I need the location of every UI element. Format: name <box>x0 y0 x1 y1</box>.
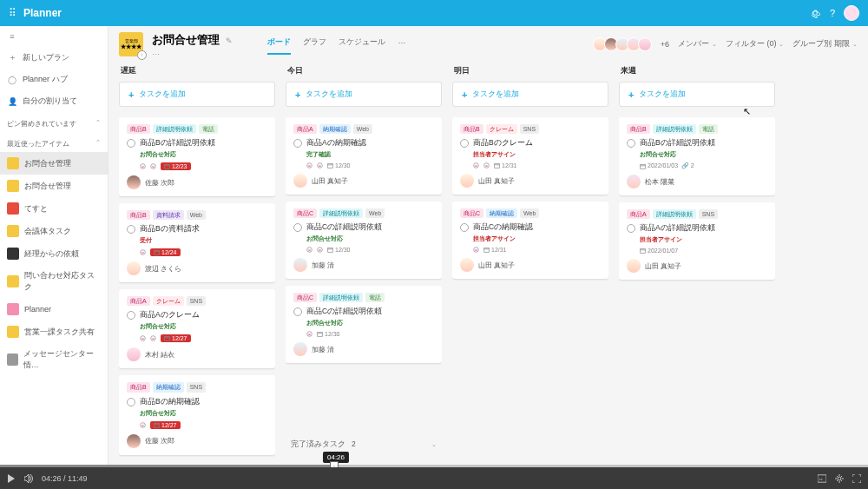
nav-pinned-header[interactable]: ピン留めされています⌃ <box>0 112 108 132</box>
nav-plan-item[interactable]: Planner <box>0 298 108 320</box>
nav-plan-item[interactable]: 営業一課タスク共有 <box>0 320 108 343</box>
task-tag[interactable]: 詳細説明依頼 <box>319 208 363 218</box>
task-tag[interactable]: 商品B <box>127 382 150 392</box>
task-tag[interactable]: 商品C <box>293 293 317 302</box>
task-card[interactable]: 商品A詳細説明依頼SNS 商品Aの詳細説明依頼 担当者アサイン 2022/01/… <box>619 202 775 280</box>
tab[interactable]: スケジュール <box>339 34 385 55</box>
nav-my-tasks[interactable]: 👤自分の割り当て <box>0 90 108 112</box>
task-assignee[interactable]: 木村 結衣 <box>127 347 267 361</box>
task-tag[interactable]: 商品B <box>460 124 483 134</box>
task-card[interactable]: 商品C納期確認Web 商品Cの納期確認 担当者アサイン 12/31山田 真知子 <box>452 202 608 279</box>
volume-icon[interactable] <box>24 474 33 483</box>
filter-dropdown[interactable]: フィルター (0)⌄ <box>726 38 785 50</box>
nav-plan-item[interactable]: 問い合わせ対応タスク <box>0 265 108 298</box>
task-tag[interactable]: SNS <box>699 209 718 219</box>
edit-icon[interactable]: ✎ <box>226 36 233 45</box>
complete-checkbox[interactable] <box>127 398 135 406</box>
info-badge-icon[interactable]: i <box>137 50 147 60</box>
task-card[interactable]: 商品AクレームSNS 商品Aのクレーム お問合せ対応 12/27木村 結衣 <box>119 289 275 368</box>
task-tag[interactable]: クレーム <box>486 124 517 134</box>
task-card[interactable]: 商品B詳細説明依頼電話 商品Bの詳細説明依頼 お問合せ対応 2022/01/03… <box>619 117 775 195</box>
plan-menu[interactable]: … <box>152 48 233 56</box>
complete-checkbox[interactable] <box>127 139 135 148</box>
task-assignee[interactable]: 加藤 清 <box>293 258 434 272</box>
nav-plan-item[interactable]: てすと <box>0 197 108 220</box>
task-assignee[interactable]: 松本 陽菜 <box>627 175 767 188</box>
completed-toggle[interactable]: 完了済みタスク 2⌄ <box>286 433 442 457</box>
task-assignee[interactable]: 渡辺 さくら <box>127 261 267 275</box>
add-task-button[interactable]: +タスクを追加 <box>619 82 775 107</box>
task-tag[interactable]: Web <box>520 208 539 218</box>
task-tag[interactable]: 納期確認 <box>486 208 517 218</box>
complete-checkbox[interactable] <box>627 139 635 148</box>
nav-plan-item[interactable]: お問合せ管理 <box>0 152 108 175</box>
task-tag[interactable]: 詳細説明依頼 <box>319 293 363 302</box>
task-tag[interactable]: Web <box>353 124 372 134</box>
task-assignee[interactable]: 山田 真知子 <box>460 258 601 272</box>
task-tag[interactable]: 詳細説明依頼 <box>653 124 696 134</box>
task-tag[interactable]: SNS <box>520 124 539 134</box>
task-assignee[interactable]: 佐藤 次郎 <box>127 434 267 448</box>
complete-checkbox[interactable] <box>293 223 302 232</box>
nav-plan-item[interactable]: 経理からの依頼 <box>0 242 108 265</box>
captions-icon[interactable]: cc <box>818 474 826 483</box>
task-tag[interactable]: 詳細説明依頼 <box>653 209 696 219</box>
fullscreen-icon[interactable] <box>852 474 861 483</box>
settings-icon[interactable] <box>835 474 844 483</box>
task-tag[interactable]: SNS <box>187 382 206 392</box>
task-tag[interactable]: Web <box>187 210 206 220</box>
complete-checkbox[interactable] <box>127 225 135 234</box>
task-tag[interactable]: 商品C <box>293 208 317 218</box>
nav-hub[interactable]: ◯Planner ハブ <box>0 69 108 90</box>
nav-recent-header[interactable]: 最近使ったアイテム⌃ <box>0 132 108 152</box>
members-dropdown[interactable]: メンバー⌄ <box>678 38 717 50</box>
task-tag[interactable]: SNS <box>187 296 206 306</box>
task-tag[interactable]: 電話 <box>699 124 718 134</box>
user-avatar[interactable] <box>844 5 859 21</box>
task-tag[interactable]: 電話 <box>199 124 218 134</box>
settings-icon[interactable] <box>809 7 821 19</box>
task-tag[interactable]: 電話 <box>365 293 385 302</box>
tab[interactable]: … <box>398 34 405 55</box>
nav-plan-item[interactable]: メッセージセンター情… <box>0 343 108 376</box>
app-launcher-icon[interactable]: ⠿ <box>9 7 16 19</box>
task-tag[interactable]: 商品B <box>627 124 650 134</box>
member-avatars[interactable] <box>595 37 652 51</box>
tab[interactable]: グラフ <box>303 34 326 55</box>
task-tag[interactable]: 納期確認 <box>319 124 351 134</box>
complete-checkbox[interactable] <box>127 311 135 320</box>
help-icon[interactable]: ? <box>830 8 835 18</box>
task-tag[interactable]: クレーム <box>153 296 184 306</box>
task-assignee[interactable]: 佐藤 次郎 <box>127 175 267 189</box>
task-tag[interactable]: 商品A <box>127 296 150 306</box>
complete-checkbox[interactable] <box>293 307 302 316</box>
add-task-button[interactable]: +タスクを追加 <box>286 82 442 107</box>
task-card[interactable]: 商品B納期確認SNS 商品Bの納期確認 お問合せ対応 12/27佐藤 次郎 <box>119 375 275 454</box>
plan-logo[interactable]: 営業部★★★★ i <box>119 32 143 56</box>
complete-checkbox[interactable] <box>293 139 302 148</box>
task-tag[interactable]: 商品A <box>293 124 317 134</box>
task-card[interactable]: 商品B資料請求Web 商品Bの資料請求 受付 12/24渡辺 さくら <box>119 203 275 282</box>
task-card[interactable]: 商品C詳細説明依頼電話 商品Cの詳細説明依頼 お問合せ対応 12/30加藤 清 <box>286 286 442 363</box>
task-card[interactable]: 商品BクレームSNS 商品Bのクレーム 担当者アサイン 12/31山田 真知子 <box>452 117 608 195</box>
nav-plan-item[interactable]: 会議体タスク <box>0 220 108 242</box>
task-tag[interactable]: 詳細説明依頼 <box>153 124 196 134</box>
nav-plan-item[interactable]: お問合せ管理 <box>0 175 108 197</box>
play-icon[interactable] <box>7 474 16 483</box>
complete-checkbox[interactable] <box>460 139 469 148</box>
task-tag[interactable]: 資料請求 <box>153 210 184 220</box>
add-task-button[interactable]: +タスクを追加 <box>119 82 275 107</box>
task-assignee[interactable]: 加藤 清 <box>293 342 434 356</box>
group-dropdown[interactable]: グループ別 期限⌄ <box>792 38 858 50</box>
nav-hamburger[interactable]: ≡ <box>0 26 108 47</box>
task-tag[interactable]: 商品B <box>127 124 150 134</box>
task-tag[interactable]: 商品C <box>460 208 483 218</box>
task-assignee[interactable]: 山田 真知子 <box>627 259 767 273</box>
task-tag[interactable]: 商品B <box>127 210 150 220</box>
task-tag[interactable]: 納期確認 <box>153 382 184 392</box>
task-card[interactable]: 商品A納期確認Web 商品Aの納期確認 完了確認 12/30山田 真知子 <box>286 117 442 195</box>
complete-checkbox[interactable] <box>460 223 469 232</box>
tab[interactable]: ボード <box>267 34 291 55</box>
task-card[interactable]: 商品B詳細説明依頼電話 商品Bの詳細説明依頼 お問合せ対応 12/23佐藤 次郎 <box>119 117 275 196</box>
complete-checkbox[interactable] <box>627 224 635 233</box>
